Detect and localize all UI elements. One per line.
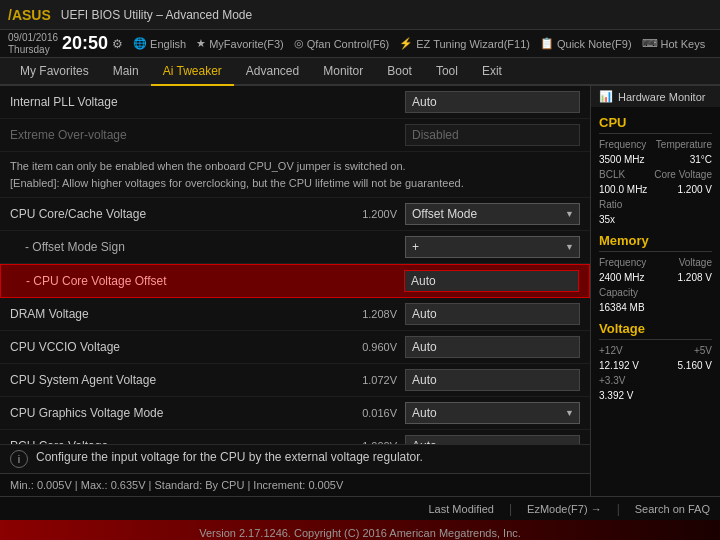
hw-mem-capacity-label-row: Capacity — [599, 287, 712, 298]
version-text: Version 2.17.1246. Copyright (C) 2016 Am… — [199, 527, 521, 539]
header-bar: /ASUS UEFI BIOS Utility – Advanced Mode — [0, 0, 720, 30]
hw-voltage-section-title: Voltage — [599, 321, 712, 340]
input-cpu-system-agent-voltage[interactable] — [405, 369, 580, 391]
hw-cpu-freq-value: 3500 MHz — [599, 154, 645, 165]
row-cpu-core-cache-voltage: CPU Core/Cache Voltage 1.200V Offset Mod… — [0, 198, 590, 231]
hw-mem-freq-volt-values: 2400 MHz 1.208 V — [599, 272, 712, 283]
hw-mem-capacity-label: Capacity — [599, 287, 638, 298]
value-cpu-graphics-voltage-mode: 0.016V — [337, 407, 397, 419]
value-dram-voltage: 1.208V — [337, 308, 397, 320]
date-text: 09/01/2016Thursday — [8, 32, 58, 55]
control-offset-mode-sign: + - — [405, 236, 580, 258]
search-faq-button[interactable]: Search on FAQ — [635, 503, 710, 515]
nav-tool[interactable]: Tool — [424, 57, 470, 85]
ez-mode-button[interactable]: EzMode(F7) → — [527, 503, 602, 515]
time-display: 20:50 — [62, 33, 108, 54]
hw-12v-value: 12.192 V — [599, 360, 639, 371]
keyboard-icon: ⌨ — [642, 37, 658, 50]
row-pch-core-voltage: PCH Core Voltage 1.000V — [0, 430, 590, 444]
qfan-button[interactable]: ◎ Qfan Control(F6) — [294, 37, 390, 50]
settings-panel: Internal PLL Voltage Extreme Over-voltag… — [0, 86, 590, 496]
hw-volt-12v-5v-labels: +12V +5V — [599, 345, 712, 356]
hw-volt-12v-5v-values: 12.192 V 5.160 V — [599, 360, 712, 371]
settings-gear-icon[interactable]: ⚙ — [112, 37, 123, 51]
note-icon: 📋 — [540, 37, 554, 50]
row-internal-pll-voltage: Internal PLL Voltage — [0, 86, 590, 119]
footer-sep-2: | — [617, 502, 620, 516]
nav-ai-tweaker[interactable]: Ai Tweaker — [151, 58, 234, 86]
select-cpu-graphics-voltage-mode[interactable]: Auto Manual Mode Offset Mode — [405, 402, 580, 424]
input-cpu-core-voltage-offset[interactable] — [404, 270, 579, 292]
hw-monitor-label: Hardware Monitor — [618, 91, 705, 103]
last-modified-button[interactable]: Last Modified — [429, 503, 494, 515]
hw-cpu-bclk-value: 100.0 MHz — [599, 184, 647, 195]
control-pch-core-voltage — [405, 435, 580, 444]
hw-cpu-temp-value: 31°C — [690, 154, 712, 165]
hw-mem-freq-label: Frequency — [599, 257, 646, 268]
footer-bar: Last Modified | EzMode(F7) → | Search on… — [0, 496, 720, 520]
info-bar: 09/01/2016Thursday 20:50 ⚙ 🌐 English ★ M… — [0, 30, 720, 58]
hw-cpu-ratio-value: 35x — [599, 214, 615, 225]
hotkeys-label: Hot Keys — [661, 38, 706, 50]
nav-main[interactable]: Main — [101, 57, 151, 85]
nav-my-favorites[interactable]: My Favorites — [8, 57, 101, 85]
control-cpu-system-agent-voltage — [405, 369, 580, 391]
hw-cpu-ratio-label-row: Ratio — [599, 199, 712, 210]
control-cpu-core-cache-voltage: Offset Mode Auto Manual Mode — [405, 203, 580, 225]
row-cpu-vccio-voltage: CPU VCCIO Voltage 0.960V — [0, 331, 590, 364]
select-cpu-core-cache-voltage[interactable]: Offset Mode Auto Manual Mode — [405, 203, 580, 225]
eztuning-button[interactable]: ⚡ EZ Tuning Wizard(F11) — [399, 37, 530, 50]
value-cpu-core-cache-voltage: 1.200V — [337, 208, 397, 220]
language-selector[interactable]: 🌐 English — [133, 37, 186, 50]
hw-cpu-corevolt-value: 1.200 V — [678, 184, 712, 195]
label-extreme-over-voltage: Extreme Over-voltage — [10, 128, 337, 142]
quicknote-label: Quick Note(F9) — [557, 38, 632, 50]
globe-icon: 🌐 — [133, 37, 147, 50]
hw-cpu-bclk-label: BCLK — [599, 169, 625, 180]
hw-mem-freq-volt-labels: Frequency Voltage — [599, 257, 712, 268]
label-cpu-core-voltage-offset: - CPU Core Voltage Offset — [11, 274, 336, 288]
quicknote-button[interactable]: 📋 Quick Note(F9) — [540, 37, 632, 50]
row-cpu-system-agent-voltage: CPU System Agent Voltage 1.072V — [0, 364, 590, 397]
description-area: i Configure the input voltage for the CP… — [0, 444, 590, 473]
hw-cpu-bclk-corevolt-values: 100.0 MHz 1.200 V — [599, 184, 712, 195]
input-dram-voltage[interactable] — [405, 303, 580, 325]
hw-mem-freq-value: 2400 MHz — [599, 272, 645, 283]
fan-icon: ◎ — [294, 37, 304, 50]
label-offset-mode-sign: - Offset Mode Sign — [10, 240, 337, 254]
nav-boot[interactable]: Boot — [375, 57, 424, 85]
hw-cpu-bclk-corevolt-labels: BCLK Core Voltage — [599, 169, 712, 180]
control-dram-voltage — [405, 303, 580, 325]
navigation-bar: My Favorites Main Ai Tweaker Advanced Mo… — [0, 58, 720, 86]
range-text: Min.: 0.005V | Max.: 0.635V | Standard: … — [10, 479, 343, 491]
title-bar-text: UEFI BIOS Utility – Advanced Mode — [61, 8, 252, 22]
label-cpu-core-cache-voltage: CPU Core/Cache Voltage — [10, 207, 337, 221]
input-extreme-over-voltage — [405, 124, 580, 146]
asus-logo: /ASUS — [8, 7, 51, 23]
hw-cpu-ratio-value-row: 35x — [599, 214, 712, 225]
settings-list: Internal PLL Voltage Extreme Over-voltag… — [0, 86, 590, 444]
row-cpu-core-voltage-offset: - CPU Core Voltage Offset — [0, 264, 590, 298]
hw-5v-value: 5.160 V — [678, 360, 712, 371]
footer-sep-1: | — [509, 502, 512, 516]
value-cpu-vccio-voltage: 0.960V — [337, 341, 397, 353]
nav-advanced[interactable]: Advanced — [234, 57, 311, 85]
star-icon: ★ — [196, 37, 206, 50]
hotkeys-button[interactable]: ⌨ Hot Keys — [642, 37, 706, 50]
datetime: 09/01/2016Thursday 20:50 ⚙ — [8, 32, 123, 56]
nav-exit[interactable]: Exit — [470, 57, 514, 85]
myfavorite-button[interactable]: ★ MyFavorite(F3) — [196, 37, 284, 50]
hw-cpu-section-title: CPU — [599, 115, 712, 134]
hw-33v-label: +3.3V — [599, 375, 625, 386]
input-cpu-vccio-voltage[interactable] — [405, 336, 580, 358]
nav-monitor[interactable]: Monitor — [311, 57, 375, 85]
over-voltage-description: The item can only be enabled when the on… — [0, 152, 590, 198]
control-cpu-graphics-voltage-mode: Auto Manual Mode Offset Mode — [405, 402, 580, 424]
input-internal-pll-voltage[interactable] — [405, 91, 580, 113]
hw-cpu-temp-label: Temperature — [656, 139, 712, 150]
hw-volt-33v-value-row: 3.392 V — [599, 390, 712, 401]
hw-mem-capacity-value: 16384 MB — [599, 302, 645, 313]
hw-mem-volt-value: 1.208 V — [678, 272, 712, 283]
input-pch-core-voltage[interactable] — [405, 435, 580, 444]
select-offset-mode-sign[interactable]: + - — [405, 236, 580, 258]
